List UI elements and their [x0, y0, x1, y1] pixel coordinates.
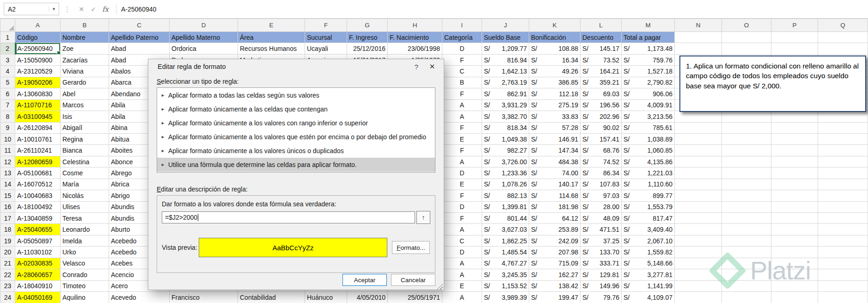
cell-L19[interactable]: S/37.25: [581, 235, 622, 246]
name-box[interactable]: A2 ▾: [4, 3, 59, 15]
row-header-5[interactable]: 5: [0, 77, 15, 88]
row-header-21[interactable]: 21: [0, 258, 15, 269]
row-header-2[interactable]: 2: [0, 43, 15, 54]
cell[interactable]: [675, 43, 722, 54]
cell[interactable]: [675, 145, 722, 156]
cell[interactable]: [771, 179, 818, 190]
row-header-19[interactable]: 19: [0, 235, 15, 246]
table-header-cell[interactable]: Categoría: [442, 32, 482, 43]
cell-H2[interactable]: 23/06/1998: [388, 43, 442, 54]
cancel-button[interactable]: Cancelar: [391, 274, 435, 286]
cell-B22[interactable]: Conrado: [61, 269, 109, 280]
cell-J13[interactable]: S/1,233.36: [482, 167, 529, 179]
cell-J6[interactable]: S/862.91: [482, 88, 529, 99]
cell[interactable]: [818, 247, 868, 258]
cell-E24[interactable]: Contabilidad: [238, 292, 305, 303]
row-header-22[interactable]: 22: [0, 269, 15, 280]
cell-J8[interactable]: S/3,382.70: [482, 111, 529, 122]
cell-K3[interactable]: S/16.34: [529, 54, 581, 65]
cell-L4[interactable]: S/164.21: [581, 66, 622, 77]
cell-L15[interactable]: S/97.03: [581, 190, 622, 201]
cell-I3[interactable]: F: [442, 54, 482, 65]
cell-K12[interactable]: S/484.38: [529, 156, 581, 167]
table-header-cell[interactable]: Sucursal: [305, 32, 347, 43]
cell-K13[interactable]: S/74.00: [529, 167, 581, 179]
cell[interactable]: [722, 201, 771, 212]
column-header-F[interactable]: F: [305, 19, 347, 32]
cell-J16[interactable]: S/1,399.81: [482, 201, 529, 212]
cell[interactable]: [818, 201, 868, 212]
cell-L12[interactable]: S/74.52: [581, 156, 622, 167]
row-header-15[interactable]: 15: [0, 190, 15, 201]
cell[interactable]: [722, 235, 771, 246]
cell-M6[interactable]: S/906.06: [622, 88, 675, 99]
cell[interactable]: [675, 235, 722, 246]
table-header-cell[interactable]: Código: [15, 32, 61, 43]
cell-I17[interactable]: F: [442, 213, 482, 224]
cell-M10[interactable]: S/1,038.89: [622, 133, 675, 144]
cell-I19[interactable]: C: [442, 235, 482, 246]
cell-J15[interactable]: S/882.13: [482, 190, 529, 201]
cell-J23[interactable]: S/1,153.52: [482, 280, 529, 291]
cell-B12[interactable]: Celestina: [61, 156, 109, 167]
cell-B10[interactable]: Regina: [61, 133, 109, 144]
cell[interactable]: [818, 32, 868, 43]
cell[interactable]: [722, 145, 771, 156]
cell-L23[interactable]: S/149.96: [581, 280, 622, 291]
cell-K5[interactable]: S/386.85: [529, 77, 581, 88]
cell-J3[interactable]: S/816.94: [482, 54, 529, 65]
cell-L11[interactable]: S/68.76: [581, 145, 622, 156]
cell[interactable]: [722, 122, 771, 133]
cell-J19[interactable]: S/1,862.25: [482, 235, 529, 246]
cell[interactable]: [722, 213, 771, 224]
cell-J24[interactable]: S/3,989.39: [482, 292, 529, 303]
cell[interactable]: [818, 190, 868, 201]
chevron-down-icon[interactable]: ▾: [49, 6, 59, 12]
cell-M4[interactable]: S/1,527.18: [622, 66, 675, 77]
cell-B9[interactable]: Abigaíl: [61, 122, 109, 133]
column-header-Q[interactable]: Q: [818, 19, 868, 32]
cell[interactable]: [818, 179, 868, 190]
cell-M2[interactable]: S/1,173.48: [622, 43, 675, 54]
cell-L24[interactable]: S/79.76: [581, 292, 622, 303]
table-header-cell[interactable]: F. Nacimiento: [388, 32, 442, 43]
cell-B2[interactable]: Zoe: [61, 43, 109, 54]
cell-J17[interactable]: S/801.44: [482, 213, 529, 224]
cell[interactable]: [675, 213, 722, 224]
cell-L9[interactable]: S/90.02: [581, 122, 622, 133]
cell[interactable]: [818, 269, 868, 280]
column-header-D[interactable]: D: [170, 19, 238, 32]
cell[interactable]: [818, 133, 868, 144]
cell[interactable]: [818, 167, 868, 179]
cell-I6[interactable]: F: [442, 88, 482, 99]
cell-L5[interactable]: S/359.21: [581, 77, 622, 88]
cell-M24[interactable]: S/4,109.07: [622, 292, 675, 303]
table-header-cell[interactable]: Descuento: [581, 32, 622, 43]
cell-I20[interactable]: D: [442, 247, 482, 258]
cell-M19[interactable]: S/2,067.10: [622, 235, 675, 246]
cell-B5[interactable]: Gerardo: [61, 77, 109, 88]
cell-M11[interactable]: S/1,060.85: [622, 145, 675, 156]
cell-A22[interactable]: A-28060657: [15, 269, 61, 280]
cell-K8[interactable]: S/33.83: [529, 111, 581, 122]
row-header-3[interactable]: 3: [0, 54, 15, 65]
cell[interactable]: [771, 133, 818, 144]
table-header-cell[interactable]: F. Ingreso: [347, 32, 388, 43]
table-header-cell[interactable]: Apellido Paterno: [109, 32, 170, 43]
cell-I16[interactable]: D: [442, 201, 482, 212]
cell[interactable]: [722, 292, 771, 303]
cell-L16[interactable]: S/28.00: [581, 201, 622, 212]
cell-I10[interactable]: E: [442, 133, 482, 144]
insert-function-icon[interactable]: fx: [99, 5, 111, 13]
cell-A5[interactable]: A-19050206: [15, 77, 61, 88]
column-header-G[interactable]: G: [347, 19, 388, 32]
cell[interactable]: [722, 111, 771, 122]
row-header-17[interactable]: 17: [0, 213, 15, 224]
cell-M17[interactable]: S/817.47: [622, 213, 675, 224]
cell-K22[interactable]: S/162.27: [529, 269, 581, 280]
cell-L14[interactable]: S/107.83: [581, 179, 622, 190]
column-header-L[interactable]: L: [581, 19, 622, 32]
row-header-14[interactable]: 14: [0, 179, 15, 190]
cell-L13[interactable]: S/86.34: [581, 167, 622, 179]
formula-input[interactable]: A-25060940: [121, 6, 156, 13]
